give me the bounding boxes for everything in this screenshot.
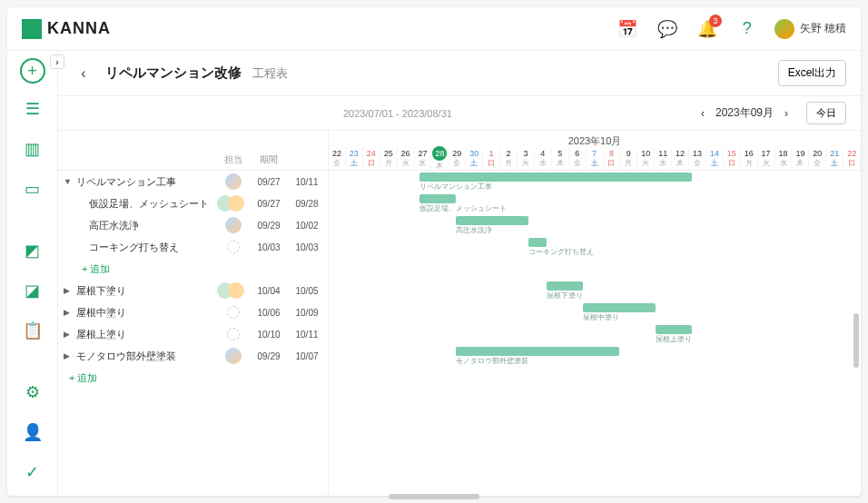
- task-row[interactable]: 高圧水洗浄09/2910/02: [58, 214, 328, 236]
- task-name-label: 仮設足場、メッシュシート: [89, 197, 209, 211]
- task-row[interactable]: ▶屋根上塗り10/1010/11: [58, 323, 328, 345]
- gantt-row: 高圧水洗浄: [329, 214, 861, 236]
- gantt-bar[interactable]: [547, 281, 583, 291]
- clipboard-icon[interactable]: 📋: [18, 316, 47, 345]
- logo[interactable]: KANNA: [22, 19, 111, 39]
- add-task-row[interactable]: + 追加: [58, 367, 328, 389]
- person-card-icon[interactable]: ◩: [18, 236, 47, 265]
- excel-export-button[interactable]: Excel出力: [778, 60, 846, 86]
- help-icon[interactable]: ?: [735, 16, 760, 42]
- check-clipboard-icon[interactable]: ✓: [18, 458, 47, 487]
- gear-icon[interactable]: ⚙: [18, 378, 47, 407]
- gantt-bar-label: 高圧水洗浄: [456, 225, 492, 235]
- task-name-label: 高圧水洗浄: [89, 219, 139, 232]
- page-header: ‹ リペルマンション改修 工程表 Excel出力: [58, 51, 861, 96]
- day-column: 29金: [449, 147, 466, 170]
- task-start: 10/10: [250, 330, 288, 340]
- gantt-row: コーキング打ち替え: [329, 236, 861, 258]
- day-column: 20金: [809, 147, 826, 170]
- back-button[interactable]: ‹: [73, 63, 94, 84]
- day-column: 30土: [466, 147, 483, 170]
- task-assignee[interactable]: [217, 241, 250, 253]
- task-assignee[interactable]: [217, 217, 250, 233]
- month-prev-button[interactable]: ‹: [697, 107, 708, 120]
- day-column: 23土: [346, 147, 363, 170]
- gantt-bar[interactable]: [456, 347, 619, 356]
- gantt-bar[interactable]: [456, 216, 528, 225]
- gantt-bar-label: 屋根下塗り: [547, 291, 583, 301]
- day-column: 22日: [843, 147, 861, 170]
- today-button[interactable]: 今日: [806, 102, 846, 124]
- list-icon[interactable]: ☰: [18, 94, 47, 123]
- gantt-bar[interactable]: [419, 173, 692, 182]
- task-row[interactable]: 仮設足場、メッシュシート09/2709/28: [58, 192, 328, 214]
- task-assignee[interactable]: [217, 306, 250, 319]
- gantt-bar[interactable]: [656, 325, 692, 334]
- day-column: 9月: [620, 147, 637, 170]
- gantt-bar-label: コーキング打ち替え: [528, 247, 594, 257]
- date-range: 2023/07/01 - 2023/08/31: [343, 108, 452, 119]
- task-assignee[interactable]: [217, 173, 250, 190]
- profile-icon[interactable]: 👤: [18, 418, 47, 447]
- task-row[interactable]: ▼リペルマンション工事09/2710/11: [58, 171, 328, 192]
- day-column: 11水: [655, 147, 672, 170]
- task-row[interactable]: ▶モノタロウ部外壁塗装09/2910/07: [58, 345, 328, 367]
- task-row[interactable]: ▶屋根下塗り10/0410/05: [58, 280, 328, 301]
- gantt-bar[interactable]: [419, 194, 456, 203]
- gantt-bar[interactable]: [583, 303, 656, 312]
- day-column: 2月: [500, 147, 518, 170]
- task-name-label: 屋根中塗り: [76, 306, 126, 320]
- task-assignee[interactable]: [217, 348, 250, 364]
- task-list-pane: 担当 期間 ▼リペルマンション工事09/2710/11仮設足場、メッシュシート0…: [58, 131, 329, 496]
- task-assignee[interactable]: [217, 282, 250, 299]
- board-icon[interactable]: ▥: [18, 134, 47, 163]
- user-menu[interactable]: 矢野 穂積: [774, 19, 846, 39]
- day-column: 10火: [637, 147, 655, 170]
- day-column: 5木: [552, 147, 569, 170]
- horizontal-scrollbar[interactable]: [389, 494, 479, 496]
- month-next-button[interactable]: ›: [781, 107, 792, 120]
- day-column: 26火: [398, 147, 415, 170]
- sidebar-collapse-button[interactable]: ›: [50, 54, 64, 69]
- task-end: 10/11: [288, 330, 326, 340]
- day-column: 24日: [363, 147, 380, 170]
- gantt-row: [329, 258, 861, 280]
- add-task-row[interactable]: + 追加: [58, 258, 328, 280]
- task-name-label: リペルマンション工事: [76, 175, 176, 189]
- task-start: 09/29: [250, 351, 288, 361]
- add-icon[interactable]: +: [20, 58, 45, 84]
- task-start: 10/03: [250, 242, 288, 252]
- vertical-scrollbar[interactable]: [853, 313, 859, 368]
- gantt-bar-label: 仮設足場、メッシュシート: [419, 203, 507, 213]
- gantt-row: [329, 367, 861, 389]
- task-start: 09/29: [250, 221, 288, 231]
- gantt-month-label: 2023年10月: [329, 131, 861, 147]
- page-subtitle: 工程表: [252, 65, 288, 82]
- task-start: 09/27: [250, 199, 288, 209]
- task-assignee[interactable]: [217, 195, 250, 212]
- task-row[interactable]: ▶屋根中塗り10/0610/09: [58, 301, 328, 323]
- day-column: 7土: [587, 147, 604, 170]
- gantt-row: 仮設足場、メッシュシート: [329, 192, 861, 214]
- chat-icon[interactable]: 💬: [655, 16, 680, 42]
- gantt-row: 屋根中塗り: [329, 301, 861, 323]
- day-column: 16月: [741, 147, 758, 170]
- task-assignee[interactable]: [217, 328, 250, 340]
- day-column: 14土: [706, 147, 724, 170]
- gantt-row: リペルマンション工事: [329, 171, 861, 192]
- task-row[interactable]: コーキング打ち替え10/0310/03: [58, 236, 328, 258]
- gantt-row: 屋根下塗り: [329, 280, 861, 301]
- doc-icon[interactable]: ▭: [18, 174, 47, 203]
- calendar-icon[interactable]: 📅: [615, 16, 640, 42]
- gantt-bar-label: モノタロウ部外壁塗装: [456, 356, 528, 366]
- bell-icon[interactable]: 🔔3: [695, 16, 720, 42]
- day-column: 19木: [792, 147, 809, 170]
- day-column: 21土: [826, 147, 843, 170]
- day-column: 22金: [329, 147, 346, 170]
- person-card2-icon[interactable]: ◪: [18, 276, 47, 305]
- app-name: KANNA: [47, 19, 111, 38]
- user-name: 矢野 穂積: [800, 21, 846, 36]
- day-column: 15日: [724, 147, 741, 170]
- gantt-bar[interactable]: [528, 238, 547, 247]
- gantt-row: モノタロウ部外壁塗装: [329, 345, 861, 367]
